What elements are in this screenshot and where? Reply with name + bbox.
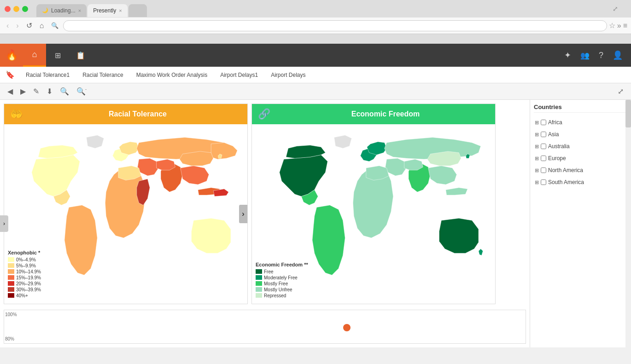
download-button[interactable]: ⬇ (45, 85, 54, 98)
sidebar-item-south-america[interactable]: ⊞ South America (534, 176, 627, 188)
legend-item-4: 20%–29.9% (8, 281, 41, 286)
economic-freedom-panel: 🔗 Economic Freedom (251, 104, 496, 304)
africa-checkbox[interactable] (541, 120, 546, 125)
play-forward-button[interactable]: ▶ (18, 85, 28, 98)
fullscreen-icon[interactable]: ⤢ (613, 5, 622, 12)
australia-label: Australia (548, 143, 570, 150)
minimize-window-button[interactable] (13, 6, 19, 12)
legend-item-6: 40%+ (8, 293, 41, 298)
australia-checkbox[interactable] (541, 144, 546, 149)
scroll-thumb[interactable] (625, 100, 631, 127)
south-america-checkbox[interactable] (541, 179, 546, 185)
racial-tolerance-header: 🤲 Racial Tolerance (4, 104, 247, 124)
loading-icon: 🌙 (42, 7, 48, 13)
left-sidebar-toggle[interactable]: › (0, 215, 8, 232)
tab-empty[interactable] (129, 4, 147, 17)
maps-row: 🤲 Racial Tolerance (4, 104, 526, 304)
nav-menu-icon[interactable]: ≡ (623, 22, 627, 30)
reports-nav-button[interactable]: 📋 (69, 44, 92, 67)
legend-color-5 (8, 287, 14, 292)
europe-label: Europe (548, 155, 566, 162)
home-nav-button[interactable]: ⌂ (23, 44, 46, 67)
chart-y-80: 80% (5, 336, 14, 341)
chart-dot (343, 324, 351, 331)
expand-south-america-icon[interactable]: ⊞ (535, 179, 539, 185)
tab-presently-close[interactable]: × (119, 8, 122, 13)
edit-button[interactable]: ✎ (31, 85, 41, 98)
sidebar-item-asia[interactable]: ⊞ Asia (534, 128, 627, 140)
europe-checkbox[interactable] (541, 156, 546, 161)
app-logo[interactable]: 🔥 (0, 44, 23, 67)
bookmark-airport-delays[interactable]: Airport Delays (265, 70, 311, 80)
close-window-button[interactable] (5, 6, 11, 12)
expand-australia-icon[interactable]: ⊞ (535, 144, 539, 150)
bookmark-racial-tolerance[interactable]: Racial Tolerance (77, 70, 129, 80)
expand-europe-icon[interactable]: ⊞ (535, 156, 539, 162)
north-america-checkbox[interactable] (541, 168, 546, 173)
tab-loading[interactable]: 🌙 Loading... × (36, 4, 87, 17)
bookmark-racial-tolerance1[interactable]: Racial Tolerance1 (20, 70, 75, 80)
zoom-in-button[interactable]: 🔍 (58, 85, 71, 98)
tab-loading-close[interactable]: × (78, 8, 81, 13)
eco-legend-color-4 (256, 293, 262, 298)
dashboard-area: 🤲 Racial Tolerance (0, 100, 530, 347)
tab-active-label: Presently (93, 7, 116, 14)
eco-legend-label-2: Mostly Free (264, 281, 288, 286)
racial-tolerance-title: Racial Tolerance (28, 104, 247, 124)
dashboard-nav-button[interactable]: ⊞ (46, 44, 69, 67)
legend-item-1: 5%–9.9% (8, 263, 41, 268)
search-nav-button[interactable]: 🔍 (48, 21, 61, 30)
expand-africa-icon[interactable]: ⊞ (535, 120, 539, 126)
tab-presently[interactable]: Presently × (88, 4, 127, 17)
legend-color-3 (8, 275, 14, 280)
reports-nav-icon: 📋 (76, 51, 85, 60)
countries-sidebar: Countries ⊞ Africa ⊞ Asia ⊞ Australia ⊞ … (530, 100, 631, 347)
expand-asia-icon[interactable]: ⊞ (535, 132, 539, 138)
bookmark-star-icon[interactable]: ☆ (609, 21, 615, 30)
economic-freedom-header: 🔗 Economic Freedom (252, 104, 495, 124)
bookmark-maximo[interactable]: Maximo Work Order Analysis (131, 70, 213, 80)
nav-right-icons: ☆ » ≡ (609, 21, 627, 30)
legend-title-economic: Economic Freedom ** (256, 262, 308, 267)
sidebar-item-north-america[interactable]: ⊞ North America (534, 164, 627, 176)
back-button[interactable]: ‹ (4, 21, 12, 31)
asia-checkbox[interactable] (541, 132, 546, 137)
legend-label-6: 40%+ (16, 293, 28, 298)
expand-north-america-icon[interactable]: ⊞ (535, 168, 539, 173)
eco-legend-item-0: Free (256, 269, 308, 274)
legend-label-1: 5%–9.9% (16, 263, 36, 268)
hands-icon: 🤲 (10, 108, 23, 120)
help-icon[interactable]: ? (595, 47, 607, 64)
address-bar[interactable] (63, 20, 607, 31)
sidebar-item-africa[interactable]: ⊞ Africa (534, 116, 627, 128)
map-nav-right[interactable]: › (239, 205, 247, 223)
zoom-out-button[interactable]: 🔍- (75, 85, 88, 98)
content-toolbar: ◀ ▶ ✎ ⬇ 🔍 🔍- ⤢ (0, 83, 631, 100)
eco-legend-label-1: Moderately Free (264, 275, 298, 280)
account-icon[interactable]: 👤 (609, 46, 626, 64)
play-back-button[interactable]: ◀ (6, 85, 15, 98)
fullscreen-expand-icon[interactable]: ⤢ (616, 85, 625, 98)
sparkle-icon[interactable]: ✦ (561, 46, 575, 64)
traffic-lights (5, 6, 28, 12)
eco-legend-item-3: Mostly Unfree (256, 287, 308, 292)
home-button[interactable]: ⌂ (37, 21, 47, 31)
forward-button[interactable]: › (13, 21, 21, 31)
scroll-track (625, 100, 631, 347)
bookmark-airport-delays1[interactable]: Airport Delays1 (215, 70, 263, 80)
legend-label-3: 15%–19.9% (16, 275, 41, 280)
legend-color-6 (8, 293, 14, 298)
eco-legend-color-3 (256, 287, 262, 292)
legend-label-5: 30%–39.9% (16, 287, 41, 292)
reload-button[interactable]: ↺ (23, 20, 35, 31)
sidebar-item-australia[interactable]: ⊞ Australia (534, 140, 627, 152)
sidebar-item-europe[interactable]: ⊞ Europe (534, 152, 627, 164)
nav-more-icon[interactable]: » (617, 22, 621, 30)
racial-tolerance-panel: 🤲 Racial Tolerance (4, 104, 248, 304)
user-circle-icon[interactable]: 👥 (577, 47, 593, 64)
sidebar-title: Countries (534, 104, 627, 113)
maximize-window-button[interactable] (22, 6, 28, 12)
bookmarks-bar: 🔖 Racial Tolerance1 Racial Tolerance Max… (0, 67, 631, 83)
legend-color-4 (8, 281, 14, 286)
legend-color-1 (8, 263, 14, 268)
